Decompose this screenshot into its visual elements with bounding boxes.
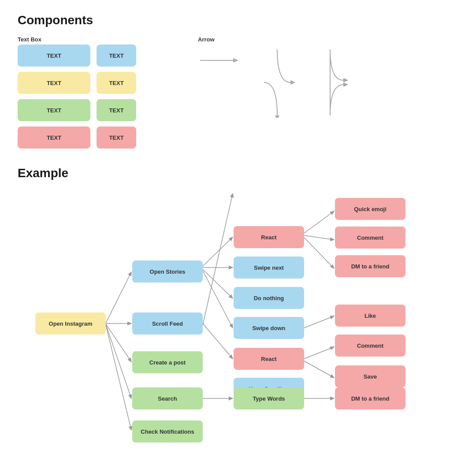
- svg-marker-4: [343, 78, 348, 82]
- svg-line-23: [304, 316, 334, 328]
- box-red-wide: TEXT: [18, 126, 90, 149]
- arrow-bracket: [312, 47, 348, 118]
- svg-line-16: [203, 271, 233, 328]
- components-section: Text Box TEXT TEXT TEXT TEXT TEXT TEXT T…: [18, 36, 458, 149]
- svg-marker-1: [233, 58, 238, 63]
- example-section: Example: [18, 166, 458, 458]
- box-green-wide: TEXT: [18, 99, 90, 121]
- svg-line-10: [106, 324, 131, 362]
- node-swipe-next: Swipe next: [234, 257, 304, 279]
- node-comment-feed: Comment: [335, 335, 405, 357]
- node-react-feed: React: [234, 348, 304, 370]
- arrow-label: Arrow: [198, 36, 348, 43]
- node-react-stories: React: [234, 226, 304, 248]
- arrow-group: Arrow: [198, 36, 348, 149]
- arrow-curve1: [260, 47, 295, 118]
- box-yellow-wide: TEXT: [18, 72, 90, 94]
- node-comment-stories: Comment: [335, 227, 405, 249]
- node-open-instagram: Open Instagram: [35, 312, 106, 335]
- svg-marker-3: [275, 115, 279, 118]
- node-scroll-feed: Scroll Feed: [132, 312, 203, 335]
- node-do-nothing: Do nothing: [234, 287, 304, 309]
- textbox-label: Text Box: [18, 36, 136, 43]
- node-check-notifications: Check Notifications: [132, 420, 203, 443]
- textbox-row-green: TEXT TEXT: [18, 99, 136, 121]
- node-dm-stories: DM to a friend: [335, 255, 405, 277]
- box-yellow-narrow: TEXT: [97, 72, 136, 94]
- example-title: Example: [18, 166, 458, 180]
- svg-line-11: [106, 324, 131, 398]
- box-green-narrow: TEXT: [97, 99, 136, 121]
- svg-line-17: [203, 324, 233, 359]
- components-title: Components: [18, 13, 458, 27]
- svg-line-22: [304, 238, 334, 268]
- textbox-row-yellow: TEXT TEXT: [18, 72, 136, 94]
- textbox-row-red: TEXT TEXT: [18, 126, 136, 149]
- svg-line-25: [304, 361, 334, 378]
- page: Components Text Box TEXT TEXT TEXT TEXT …: [0, 0, 476, 471]
- svg-line-12: [106, 325, 131, 430]
- textbox-group: Text Box TEXT TEXT TEXT TEXT TEXT TEXT T…: [18, 36, 136, 149]
- node-save: Save: [335, 365, 405, 387]
- svg-line-21: [304, 235, 334, 240]
- svg-line-18: [203, 193, 233, 325]
- node-like: Like: [335, 305, 405, 327]
- textbox-row-blue: TEXT TEXT: [18, 45, 136, 67]
- node-search: Search: [132, 387, 203, 409]
- svg-line-13: [203, 237, 233, 266]
- svg-marker-2: [290, 80, 295, 85]
- node-quick-emoji: Quick emoji: [335, 198, 405, 220]
- node-dm-typewords: DM to a friend: [335, 387, 405, 409]
- svg-line-20: [304, 211, 334, 233]
- node-open-stories: Open Stories: [132, 260, 203, 283]
- arrow-straight: [198, 47, 242, 118]
- box-blue-narrow: TEXT: [97, 45, 136, 67]
- node-swipe-down: Swipe down: [234, 317, 304, 339]
- node-create-post: Create a post: [132, 351, 203, 373]
- node-type-words: Type Words: [234, 387, 304, 409]
- svg-marker-5: [343, 82, 348, 87]
- box-red-narrow: TEXT: [97, 126, 136, 149]
- box-blue-wide: TEXT: [18, 45, 90, 67]
- svg-line-8: [106, 272, 131, 323]
- svg-line-15: [203, 269, 233, 298]
- flow-diagram: Open Instagram Open Stories Scroll Feed …: [18, 193, 441, 458]
- arrows-display: [198, 47, 348, 118]
- svg-line-24: [304, 347, 334, 359]
